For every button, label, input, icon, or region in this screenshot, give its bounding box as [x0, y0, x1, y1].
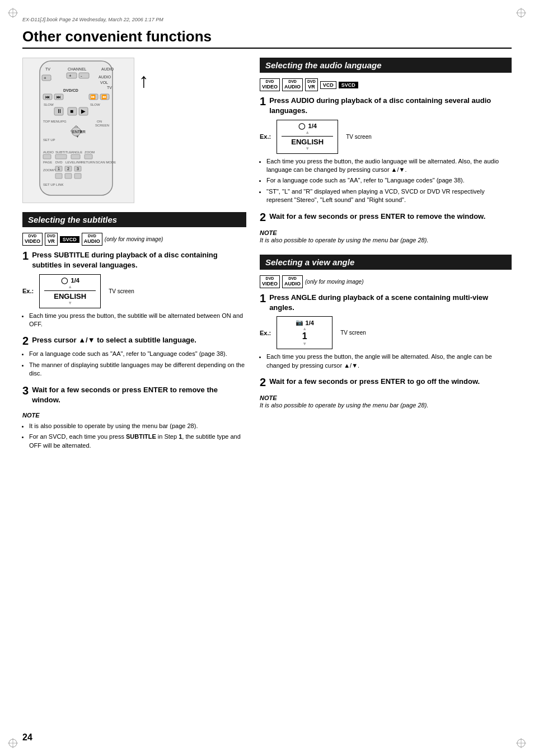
step2-bullets: For a language code such as "AA", refer …: [29, 350, 246, 378]
step3-text: Wait for a few seconds or press ENTER to…: [32, 385, 246, 405]
note-bullet: It is also possible to operate by using …: [29, 422, 246, 430]
note-bullets: It is also possible to operate by using …: [29, 422, 246, 450]
page-number: 24: [22, 732, 32, 743]
svg-text:TV: TV: [45, 67, 50, 71]
badge-svcd-a: SVCD: [339, 82, 358, 88]
audio-note-text: It is also possible to operate by using …: [260, 236, 512, 245]
audio-step1-example: Ex.: ◯ 1/4 ▲ ENGLISH ▼ TV screen: [260, 120, 512, 154]
bullet-item: Each time you press the button, the audi…: [266, 157, 512, 175]
remote-image: TV CHANNEL AUDIO VOL + - +: [22, 58, 134, 203]
corner-tr: [516, 8, 526, 18]
svg-text:CHANNEL: CHANNEL: [68, 67, 87, 71]
angle-step2-num: 2: [260, 377, 266, 388]
subtitle-note: NOTE It is also possible to operate by u…: [22, 412, 246, 450]
corner-bl: [8, 738, 18, 748]
svg-text:+: +: [69, 73, 72, 78]
svg-text:+: +: [44, 76, 46, 81]
svg-text:TOP MENU/PG: TOP MENU/PG: [43, 120, 67, 123]
svg-text:SCAN MODE: SCAN MODE: [96, 161, 116, 164]
audio-note: NOTE It is also possible to operate by u…: [260, 229, 512, 245]
svg-text:ZOOM: ZOOM: [85, 151, 95, 154]
svg-text:-: -: [81, 73, 82, 78]
badge-dvd-video-a: DVD VIDEO: [260, 78, 280, 91]
badge-dvd-audio: DVD AUDIO: [82, 233, 102, 246]
page-header: Other convenient functions: [22, 28, 512, 49]
note-bullet: For an SVCD, each time you press SUBTITL…: [29, 433, 246, 450]
angle-note-title: NOTE: [260, 395, 512, 401]
subtitle-step1: 1 Press SUBTITLE during playback of a di…: [22, 250, 246, 328]
tv-screen-label-1: TV screen: [109, 288, 134, 294]
only-moving-text: (only for moving image): [105, 236, 163, 242]
svg-text:SET UP LINK: SET UP LINK: [43, 183, 63, 186]
svg-text:3: 3: [77, 167, 79, 171]
angle-tv-label: TV screen: [340, 330, 366, 336]
badge-dvd-vr-a: DVD VR: [305, 78, 318, 91]
subtitles-section-header: Selecting the subtitles: [22, 212, 246, 227]
angle-step2-text: Wait for a few seconds or press ENTER to…: [269, 377, 512, 387]
audio-step2-num: 2: [260, 212, 266, 223]
audio-step2: 2 Wait for a few seconds or press ENTER …: [260, 212, 512, 223]
step1-example: Ex.: ◯ 1/4 ▲ ENGLISH ▼ TV screen: [22, 274, 246, 308]
badge-dvd-audio-a: DVD AUDIO: [282, 78, 303, 91]
angle-section-header: Selecting a view angle: [260, 255, 512, 270]
angle-badges: DVD VIDEO DVD AUDIO (only for moving ima…: [260, 275, 512, 288]
svg-text:DVD/CD: DVD/CD: [63, 88, 78, 92]
svg-text:⏸: ⏸: [57, 108, 62, 114]
audio-cassette-icon: ◯: [298, 123, 305, 130]
screen-lang-val: ENGLISH: [44, 290, 96, 300]
note-title: NOTE: [22, 412, 246, 419]
two-col-layout: TV CHANNEL AUDIO VOL + - +: [22, 58, 512, 453]
angle-step2: 2 Wait for a few seconds or press ENTER …: [260, 377, 512, 388]
bullet-item: "ST", "L" and "R" displayed when playing…: [266, 187, 512, 205]
svg-text:SUBTITLE: SUBTITLE: [55, 151, 72, 154]
bullet-item: For a language code such as "AA", refer …: [29, 350, 246, 358]
bullet-item: Each time you press the button, the subt…: [29, 312, 246, 329]
svg-text:PAGE: PAGE: [43, 161, 52, 164]
svg-text:AUDIO: AUDIO: [101, 67, 114, 71]
step3-num: 3: [22, 385, 29, 396]
badge-vcd: VCD: [320, 81, 336, 89]
audio-step1-bullets: Each time you press the button, the audi…: [266, 157, 512, 205]
angle-screen-top: 1/4: [306, 320, 314, 326]
angle-val: 1: [282, 331, 327, 341]
ex-label-angle: Ex.:: [260, 330, 271, 336]
svg-text:VOL: VOL: [100, 81, 108, 84]
audio-note-title: NOTE: [260, 229, 512, 236]
audio-screen-top-val: 1/4: [308, 123, 317, 129]
bullet-item: For a language code such as "AA", refer …: [266, 176, 512, 185]
angle-note-text: It is also possible to operate by using …: [260, 401, 512, 410]
svg-text:TV: TV: [107, 86, 112, 90]
subtitle-step3: 3 Wait for a few seconds or press ENTER …: [22, 385, 246, 405]
angle-only-moving: (only for moving image): [305, 279, 363, 285]
audio-tv-screen: ◯ 1/4 ▲ ENGLISH ▼: [277, 120, 338, 154]
bullet-item: Each time you press the button, the angl…: [266, 353, 512, 370]
svg-text:⏪: ⏪: [101, 94, 107, 100]
svg-rect-60: [71, 154, 80, 159]
svg-rect-75: [65, 173, 72, 179]
subtitle-tv-screen: ◯ 1/4 ▲ ENGLISH ▼: [39, 274, 101, 308]
audio-step1-num: 1: [260, 96, 266, 107]
audio-step1-text: Press AUDIO during playback of a disc co…: [269, 96, 512, 116]
svg-text:AUDIO: AUDIO: [99, 75, 111, 79]
angle-step1: 1 Press ANGLE during playback of a scene…: [260, 293, 512, 370]
svg-text:ANGLE: ANGLE: [71, 151, 82, 154]
svg-text:■: ■: [70, 108, 73, 114]
svg-text:⏭: ⏭: [57, 95, 61, 100]
angle-tv-screen: 📷 1/4 ▲ 1 ▼: [277, 316, 332, 349]
svg-text:LEVEL/NR: LEVEL/NR: [65, 161, 82, 164]
subtitles-badges: DVD VIDEO DVD VR SVCD DVD AUDIO (only fo…: [22, 233, 246, 246]
corner-br: [516, 738, 526, 748]
page-title: Other convenient functions: [22, 28, 512, 45]
badge-dvd-audio-b: DVD AUDIO: [282, 275, 303, 288]
step1-text: Press SUBTITLE during playback of a disc…: [32, 250, 246, 270]
svg-text:▶: ▶: [81, 108, 86, 114]
svg-rect-76: [74, 173, 81, 179]
angle-step1-bullets: Each time you press the button, the angl…: [266, 353, 512, 370]
page-outer: EX-D11[J].book Page 24 Wednesday, March …: [0, 0, 534, 756]
svg-text:SLOW: SLOW: [44, 103, 54, 106]
svg-rect-61: [85, 154, 92, 159]
cassette-icon: ◯: [61, 277, 68, 284]
svg-rect-74: [55, 173, 62, 179]
ex-label-audio: Ex.:: [260, 133, 271, 140]
audio-section-header: Selecting the audio language: [260, 58, 512, 73]
